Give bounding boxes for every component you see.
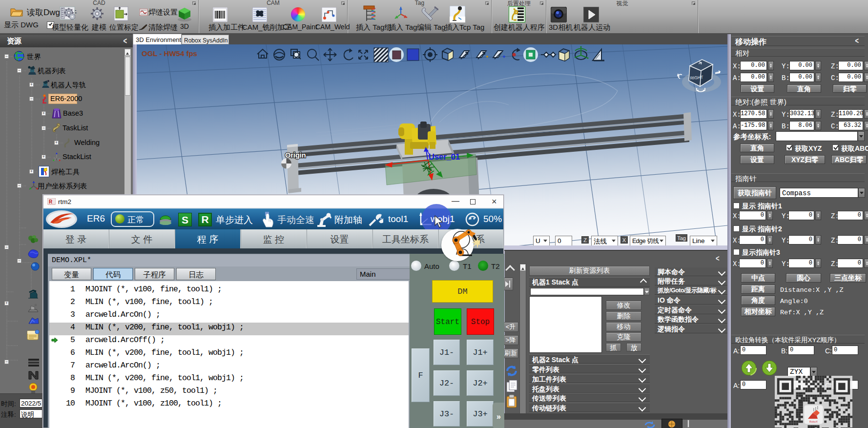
svg-text:RIGHT: RIGHT — [690, 75, 703, 81]
svg-text:R: R — [49, 199, 53, 204]
svg-text:User_01: User_01 — [429, 152, 460, 161]
svg-text:Origin: Origin — [285, 151, 306, 159]
svg-text:OGL - HW54 fps: OGL - HW54 fps — [142, 49, 197, 58]
svg-text:RoboX: RoboX — [809, 420, 818, 423]
